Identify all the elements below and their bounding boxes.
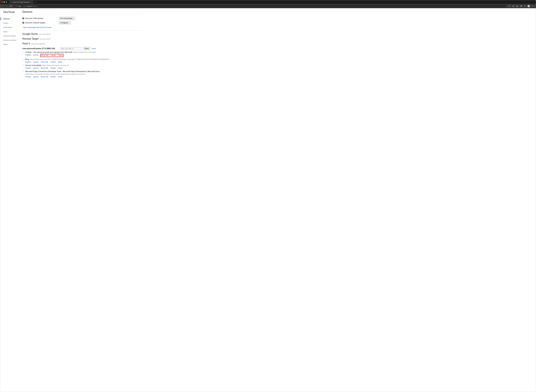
remote-tab-checkbox[interactable] <box>22 51 24 53</box>
discover-network-option[interactable]: Discover network targets <box>22 22 59 24</box>
toolbar-right-icons <box>507 4 535 8</box>
profile-avatar[interactable] <box>527 4 531 8</box>
reload-link[interactable]: reload <box>51 67 56 69</box>
remote-tab-title: Outlook – free personal email and calend… <box>25 51 72 53</box>
section-google-home: Google Home #192.168.86.63 <box>22 33 144 35</box>
sidebar-title: DevTools <box>3 10 21 14</box>
focus-tab-link[interactable]: focus tab <box>41 67 48 69</box>
search-icon[interactable] <box>507 4 511 8</box>
close-link[interactable]: close <box>58 61 62 63</box>
discover-network-label: Discover network targets <box>25 22 45 24</box>
close-link[interactable]: close <box>58 76 62 78</box>
trace-link[interactable]: trace <box>92 47 96 50</box>
pause-link[interactable]: pause <box>34 76 38 78</box>
more-menu-icon[interactable] <box>531 4 534 8</box>
pause-link[interactable]: pause <box>34 67 38 69</box>
open-node-devtools-link[interactable]: Open dedicated DevTools for Node <box>23 26 52 28</box>
remote-tab-url: https://outlook.live.com/owa/ <box>73 51 96 53</box>
svg-point-8 <box>533 6 533 6</box>
refresh-button[interactable] <box>9 4 13 8</box>
window-minimize-button[interactable] <box>4 1 5 3</box>
discover-network-checkbox[interactable] <box>22 22 24 24</box>
sidebar-item-devices[interactable]: Devices <box>3 17 21 21</box>
section-pixel4: Pixel 4 #99231FFAZ0080K <box>22 42 144 45</box>
favorites-bar-icon[interactable] <box>515 4 519 8</box>
open-tab-button[interactable]: Open <box>83 47 90 50</box>
close-link[interactable]: close <box>58 67 62 69</box>
remote-tab-actions: inspectpausefocus tabreloadclose <box>25 67 144 69</box>
address-url: edge://inspect/#devices <box>23 5 505 7</box>
remote-tab-title: Microsoft Edge (Chromium) Developer Tool… <box>25 70 100 72</box>
sidebar: DevTools Devices Pages Extensions Apps S… <box>0 8 21 392</box>
window-controls <box>0 1 8 3</box>
sidebar-item-apps[interactable]: Apps <box>3 30 21 34</box>
sidebar-item-shared-workers[interactable]: Shared workers <box>3 34 21 38</box>
configure-button[interactable]: Configure... <box>59 21 71 24</box>
focus-tab-link[interactable]: focus tab <box>41 76 48 78</box>
browser-toolbar: Edge edge://inspect/#devices <box>0 4 536 8</box>
sidebar-item-pages[interactable]: Pages <box>3 21 21 25</box>
reload-link[interactable]: reload <box>51 54 56 56</box>
inspect-link[interactable]: inspect <box>25 76 31 78</box>
remote-tab-title: Bing <box>25 58 29 60</box>
window-close-button[interactable] <box>1 1 3 3</box>
inspect-link[interactable]: inspect <box>25 61 31 63</box>
highlighted-actions: focus tabreloadclose <box>40 54 63 57</box>
window-titlebar: Inspect with Edge Developer T × + <box>0 0 536 4</box>
forward-button[interactable] <box>5 4 9 8</box>
edge-icon <box>15 5 17 7</box>
address-bar[interactable]: Edge edge://inspect/#devices <box>14 5 506 8</box>
section-remote-target: Remote Target #LOCALHOST <box>22 37 144 40</box>
sidebar-item-other[interactable]: Other <box>3 42 21 47</box>
divider <box>22 15 144 15</box>
svg-point-1 <box>509 5 510 6</box>
inspect-link[interactable]: inspect <box>25 67 31 69</box>
favorite-icon[interactable] <box>512 4 515 8</box>
remote-tab-entry: Service Unavailablehttps://www.microsoft… <box>22 64 144 69</box>
back-button[interactable] <box>1 4 5 8</box>
remote-tab-checkbox[interactable] <box>22 70 24 72</box>
inspect-link[interactable]: inspect <box>25 54 31 57</box>
pause-link[interactable]: pause <box>34 54 38 57</box>
discover-usb-label: Discover USB devices <box>25 17 43 19</box>
browser-label: Edge <box>18 5 21 7</box>
window-maximize-button[interactable] <box>6 1 7 3</box>
remote-tab-checkbox[interactable] <box>22 58 24 60</box>
svg-point-5 <box>528 5 529 6</box>
remote-tab-actions: inspectpausefocus tabreloadclose <box>25 76 144 78</box>
page-title: Devices <box>22 10 144 14</box>
close-link[interactable]: close <box>58 54 62 56</box>
remote-tab-entry: Binghttps://www.bing.com/?PC=EMMX20&toWw… <box>22 58 144 63</box>
focus-tab-link[interactable]: focus tab <box>41 54 48 56</box>
extensions-icon[interactable] <box>523 4 527 8</box>
remote-tab-url: https://www.microsoft.com/en-us/ <box>42 64 69 66</box>
focus-tab-link[interactable]: focus tab <box>41 61 48 63</box>
address-separator <box>22 5 22 7</box>
new-tab-button[interactable]: + <box>34 0 37 4</box>
main-content: Devices Discover USB devices Port forwar… <box>21 8 148 392</box>
sidebar-item-extensions[interactable]: Extensions <box>3 25 21 30</box>
sidebar-item-service-workers[interactable]: Service workers <box>3 38 21 42</box>
svg-point-7 <box>532 6 533 6</box>
discover-usb-checkbox[interactable] <box>22 18 24 19</box>
remote-tab-title: Service Unavailable <box>25 64 41 66</box>
remote-browser-name: com.microsoft.emmx (77.0.3865.116) <box>22 47 55 50</box>
remote-tab-actions: inspectpausefocus tabreloadclose <box>25 61 144 63</box>
port-forwarding-button[interactable]: Port forwarding... <box>59 17 75 20</box>
svg-point-6 <box>532 6 532 6</box>
browser-tab-title: Inspect with Edge Developer T <box>12 1 31 3</box>
reload-link[interactable]: reload <box>51 61 56 63</box>
collections-icon[interactable] <box>519 4 523 8</box>
remote-tab-entry: Outlook – free personal email and calend… <box>22 51 144 57</box>
remote-tab-entry: Microsoft Edge (Chromium) Developer Tool… <box>22 70 144 78</box>
pause-link[interactable]: pause <box>34 61 38 63</box>
remote-tab-checkbox[interactable] <box>22 65 24 66</box>
browser-tab[interactable]: Inspect with Edge Developer T × <box>9 0 34 4</box>
discover-usb-option[interactable]: Discover USB devices <box>22 17 59 19</box>
reload-link[interactable]: reload <box>51 76 56 78</box>
tab-close-icon[interactable]: × <box>32 1 33 3</box>
open-tab-url-input[interactable] <box>60 47 81 50</box>
remote-tab-actions: inspectpausefocus tabreloadclose <box>25 54 144 57</box>
page-icon <box>10 1 11 3</box>
svg-point-0 <box>15 5 17 7</box>
